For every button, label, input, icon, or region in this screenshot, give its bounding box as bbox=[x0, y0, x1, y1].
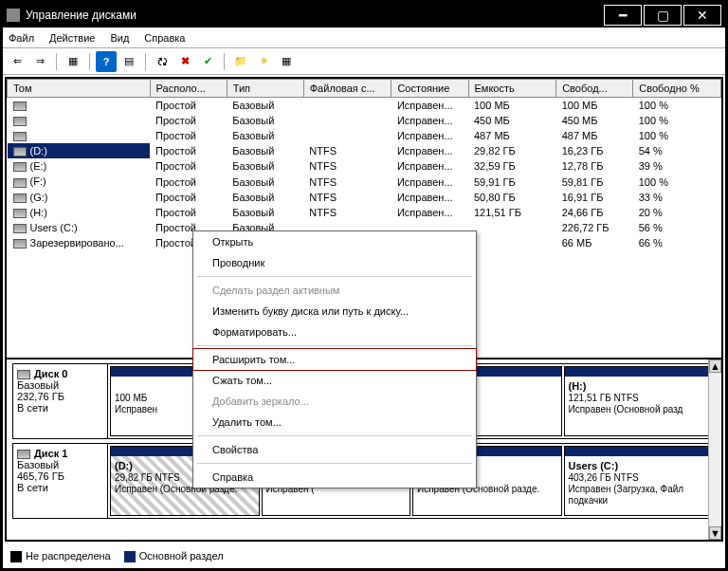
table-row[interactable]: (H:)ПростойБазовыйNTFSИсправен...121,51 … bbox=[8, 205, 721, 220]
legend-unallocated: Не распределена bbox=[10, 550, 111, 562]
titlebar: Управление дисками ━ ▢ ✕ bbox=[3, 3, 725, 28]
refresh-icon[interactable]: 🗘 bbox=[152, 51, 173, 72]
ctx-make-active[interactable]: Сделать раздел активным bbox=[193, 280, 476, 301]
volume-icon bbox=[13, 132, 27, 141]
help-icon[interactable]: ? bbox=[96, 51, 117, 72]
legend: Не распределена Основной раздел bbox=[10, 550, 224, 562]
column-header[interactable]: Емкость bbox=[468, 80, 556, 98]
ctx-extend-volume[interactable]: Расширить том... bbox=[192, 348, 477, 371]
ctx-properties[interactable]: Свойства bbox=[193, 439, 476, 460]
volume-icon bbox=[13, 239, 27, 249]
show-hide-button[interactable]: ▦ bbox=[63, 51, 83, 72]
minimize-button[interactable]: ━ bbox=[604, 5, 642, 26]
column-header[interactable]: Состояние bbox=[391, 80, 468, 98]
table-row[interactable]: (F:)ПростойБазовыйNTFSИсправен...59,91 Г… bbox=[8, 174, 721, 189]
table-row[interactable]: ПростойБазовыйИсправен...450 МБ450 МБ100… bbox=[8, 113, 721, 128]
disk-icon bbox=[17, 370, 30, 379]
properties-icon[interactable]: ▤ bbox=[118, 51, 139, 72]
ctx-help[interactable]: Справка bbox=[193, 467, 476, 488]
vertical-scrollbar[interactable]: ▲ ▼ bbox=[708, 359, 721, 540]
column-header[interactable]: Тип bbox=[227, 80, 303, 98]
column-header[interactable]: Свободно % bbox=[633, 80, 721, 98]
column-header[interactable]: Файловая с... bbox=[303, 80, 391, 98]
column-header[interactable]: Свобод... bbox=[556, 80, 633, 98]
menu-view[interactable]: Вид bbox=[110, 32, 129, 44]
ctx-add-mirror[interactable]: Добавить зеркало... bbox=[193, 391, 476, 412]
table-row[interactable]: (E:)ПростойБазовыйNTFSИсправен...32,59 Г… bbox=[8, 158, 721, 174]
context-menu: Открыть Проводник Сделать раздел активны… bbox=[192, 230, 477, 488]
ctx-change-letter[interactable]: Изменить букву диска или путь к диску... bbox=[193, 301, 476, 322]
partition[interactable]: (H:)121,51 ГБ NTFSИсправен (Основной раз… bbox=[564, 366, 714, 436]
scroll-down-icon[interactable]: ▼ bbox=[709, 526, 721, 540]
ctx-format[interactable]: Форматировать... bbox=[193, 322, 476, 342]
check-icon[interactable]: ✔ bbox=[197, 51, 218, 72]
back-button[interactable]: ⇐ bbox=[7, 51, 27, 72]
partition[interactable]: Users (C:)403,26 ГБ NTFSИсправен (Загруз… bbox=[564, 446, 714, 516]
delete-icon[interactable]: ✖ bbox=[174, 51, 195, 72]
table-row[interactable]: (D:)ПростойБазовыйNTFSИсправен...29,82 Г… bbox=[8, 143, 721, 158]
disk-icon bbox=[17, 450, 30, 459]
settings-icon[interactable]: ▦ bbox=[276, 51, 297, 72]
volume-icon bbox=[13, 193, 27, 203]
menu-help[interactable]: Справка bbox=[144, 32, 185, 44]
disk-label: Диск 0Базовый232,76 ГБВ сети bbox=[13, 364, 108, 438]
column-header[interactable]: Том bbox=[8, 80, 151, 98]
volume-icon bbox=[13, 224, 27, 233]
table-row[interactable]: (G:)ПростойБазовыйNTFSИсправен...50,80 Г… bbox=[8, 190, 721, 205]
folder-icon[interactable]: 📁 bbox=[230, 51, 251, 72]
column-header[interactable]: Располо... bbox=[150, 80, 227, 98]
volume-icon bbox=[13, 178, 27, 188]
ctx-open[interactable]: Открыть bbox=[193, 231, 476, 252]
volume-icon bbox=[13, 117, 27, 126]
volume-icon bbox=[13, 147, 27, 157]
table-row[interactable]: ПростойБазовыйИсправен...100 МБ100 МБ100… bbox=[8, 98, 721, 114]
menu-action[interactable]: Действие bbox=[49, 32, 95, 44]
new-icon[interactable]: ✳ bbox=[253, 51, 274, 72]
scroll-up-icon[interactable]: ▲ bbox=[709, 359, 721, 373]
ctx-explorer[interactable]: Проводник bbox=[193, 252, 476, 273]
toolbar: ⇐ ⇒ ▦ ? ▤ 🗘 ✖ ✔ 📁 ✳ ▦ bbox=[3, 48, 725, 75]
legend-primary: Основной раздел bbox=[124, 550, 224, 562]
window-title: Управление дисками bbox=[26, 9, 602, 22]
menu-file[interactable]: Файл bbox=[9, 32, 34, 44]
volume-icon bbox=[13, 209, 27, 218]
volume-icon bbox=[13, 162, 27, 172]
close-button[interactable]: ✕ bbox=[683, 5, 721, 26]
ctx-delete-volume[interactable]: Удалить том... bbox=[193, 412, 476, 433]
disk-label: Диск 1Базовый465,76 ГБВ сети bbox=[13, 444, 108, 518]
table-row[interactable]: ПростойБазовыйИсправен...487 МБ487 МБ100… bbox=[8, 128, 721, 143]
maximize-button[interactable]: ▢ bbox=[644, 5, 682, 26]
menubar: Файл Действие Вид Справка bbox=[3, 28, 725, 48]
forward-button[interactable]: ⇒ bbox=[29, 51, 50, 72]
volume-icon bbox=[13, 101, 27, 111]
ctx-shrink-volume[interactable]: Сжать том... bbox=[193, 370, 476, 391]
app-icon bbox=[7, 9, 20, 22]
